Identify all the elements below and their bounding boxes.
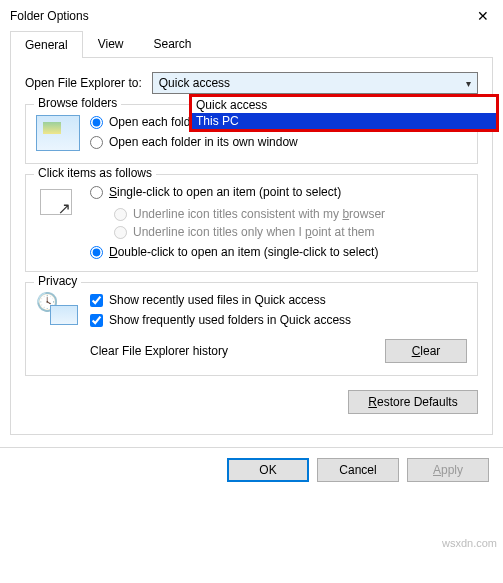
- click-cursor-icon: [36, 185, 80, 221]
- close-icon[interactable]: ✕: [471, 8, 495, 24]
- dropdown-option-this-pc[interactable]: This PC: [192, 113, 496, 129]
- tab-view[interactable]: View: [83, 30, 139, 57]
- open-explorer-label: Open File Explorer to:: [25, 76, 142, 90]
- clear-button[interactable]: Clear: [385, 339, 467, 363]
- dropdown-option-quick-access[interactable]: Quick access: [192, 97, 496, 113]
- radio-single-click[interactable]: Single-click to open an item (point to s…: [90, 185, 467, 199]
- open-explorer-selected: Quick access: [159, 76, 230, 90]
- tab-strip: General View Search: [10, 30, 493, 58]
- open-explorer-dropdown: Quick access This PC: [189, 94, 499, 132]
- browse-legend: Browse folders: [34, 96, 121, 110]
- folder-picture-icon: [36, 115, 80, 151]
- open-explorer-row: Open File Explorer to: Quick access ▾ Qu…: [25, 72, 478, 94]
- tab-panel-general: Open File Explorer to: Quick access ▾ Qu…: [10, 58, 493, 435]
- watermark: wsxdn.com: [442, 537, 497, 549]
- window-title: Folder Options: [10, 9, 89, 23]
- ok-button[interactable]: OK: [227, 458, 309, 482]
- restore-defaults-button[interactable]: Restore Defaults: [348, 390, 478, 414]
- open-explorer-select[interactable]: Quick access ▾: [152, 72, 478, 94]
- single-click-suboptions: Underline icon titles consistent with my…: [114, 207, 467, 239]
- group-click-items: Click items as follows Single-click to o…: [25, 174, 478, 272]
- cancel-button[interactable]: Cancel: [317, 458, 399, 482]
- click-legend: Click items as follows: [34, 166, 156, 180]
- chevron-down-icon: ▾: [466, 78, 471, 89]
- clear-history-label: Clear File Explorer history: [90, 344, 228, 358]
- check-recent-files[interactable]: Show recently used files in Quick access: [90, 293, 467, 307]
- check-frequent-folders[interactable]: Show frequently used folders in Quick ac…: [90, 313, 467, 327]
- tab-search[interactable]: Search: [139, 30, 207, 57]
- dialog-footer: OK Cancel Apply: [0, 447, 503, 494]
- radio-underline-browser: Underline icon titles consistent with my…: [114, 207, 467, 221]
- privacy-history-icon: [36, 293, 80, 329]
- tab-general[interactable]: General: [10, 31, 83, 58]
- radio-double-click[interactable]: Double-click to open an item (single-cli…: [90, 245, 467, 259]
- radio-own-window[interactable]: Open each folder in its own window: [90, 135, 310, 149]
- apply-button: Apply: [407, 458, 489, 482]
- titlebar: Folder Options ✕: [0, 0, 503, 30]
- radio-underline-point: Underline icon titles only when I point …: [114, 225, 467, 239]
- group-privacy: Privacy Show recently used files in Quic…: [25, 282, 478, 376]
- privacy-legend: Privacy: [34, 274, 81, 288]
